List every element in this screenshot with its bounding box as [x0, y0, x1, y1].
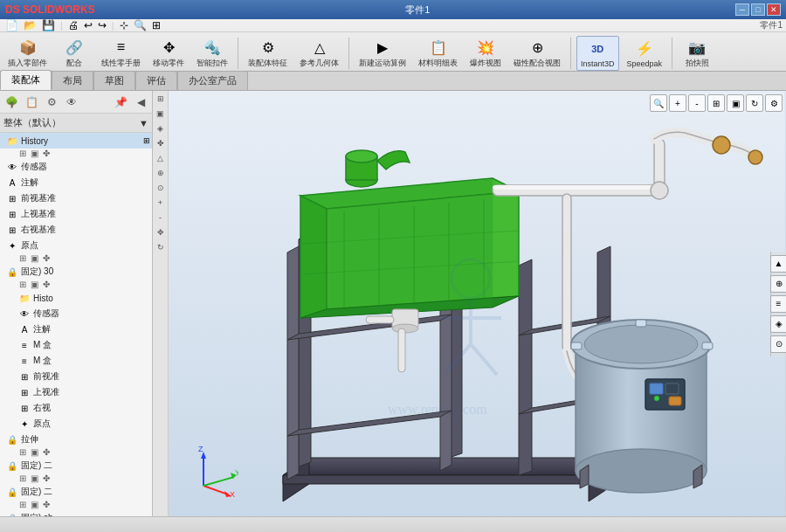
tree-action-btn[interactable]: ⊞ [17, 500, 28, 509]
tree-action-btn[interactable]: ✤ [41, 253, 52, 263]
tree-item[interactable]: ⊞右视基准 [0, 222, 152, 238]
tree-action-btn[interactable]: ✤ [41, 447, 52, 457]
new-motion-button[interactable]: ▶ 新建运动算例 [355, 34, 410, 72]
redo-icon[interactable]: ↪ [96, 19, 108, 31]
right-icon-4[interactable]: ◈ [770, 315, 787, 333]
side-view-1[interactable]: ⊞ [155, 93, 167, 105]
linear-pattern-button[interactable]: ≡ 线性零手册 [97, 34, 145, 72]
display-btn[interactable]: 👁 [62, 93, 81, 111]
tree-item[interactable]: ✦原点 [0, 416, 152, 432]
feature-tree-btn[interactable]: 🌳 [2, 93, 21, 111]
tree-item[interactable]: 🔒固定) 二 [0, 484, 152, 500]
mate-button[interactable]: 🔗 配合 [55, 34, 93, 72]
side-zoom-in[interactable]: + [155, 197, 167, 209]
side-rotate[interactable]: ↻ [155, 241, 167, 253]
side-zoom-fit[interactable]: ⊙ [155, 182, 167, 194]
tree-item[interactable]: ⊞前视基准 [0, 190, 152, 206]
vp-settings-btn[interactable]: ⚙ [765, 94, 783, 112]
right-icon-2[interactable]: ⊕ [770, 275, 787, 293]
tree-item[interactable]: 🔒固定) sh [0, 510, 152, 516]
tree-item[interactable]: ⊞上视基准 [0, 206, 152, 222]
tree-action-btn[interactable]: ▣ [29, 473, 40, 483]
side-view-3[interactable]: ◈ [155, 122, 167, 135]
tab-office[interactable]: 办公室产品 [177, 71, 248, 90]
smart-fastener-button[interactable]: 🔩 智能扣件 [192, 34, 232, 72]
tab-layout[interactable]: 布局 [52, 71, 93, 90]
tree-item[interactable]: A注解 [0, 321, 152, 337]
config-btn[interactable]: ⚙ [42, 93, 61, 111]
tree-action-btn[interactable]: ✤ [41, 280, 52, 289]
right-icon-3[interactable]: ≡ [770, 295, 787, 313]
side-view-2[interactable]: ▣ [155, 107, 167, 120]
undo-icon[interactable]: ↩ [82, 19, 94, 31]
instant3d-button[interactable]: 3D Instant3D [576, 36, 619, 71]
property-btn[interactable]: 📋 [22, 93, 41, 111]
tree-action-btn[interactable]: ⊞ [17, 473, 28, 483]
bom-button[interactable]: 📋 材料明细表 [414, 34, 462, 72]
select-icon[interactable]: ⊹ [118, 19, 130, 31]
3d-view-icon[interactable]: ⊞ [150, 19, 162, 31]
tree-item[interactable]: ≡M 盒 [0, 337, 152, 353]
tree-item[interactable]: 📁History⊞ [0, 133, 152, 149]
tree-action-btn[interactable]: ▣ [29, 253, 40, 263]
explode-view-button[interactable]: 💥 爆炸视图 [465, 34, 506, 72]
vp-fit-btn[interactable]: ⊞ [707, 94, 725, 112]
tree-action-btn[interactable]: ⊞ [17, 447, 28, 457]
speedpak-button[interactable]: ⚡ Speedpak [623, 36, 667, 71]
tree-action-btn[interactable]: ▣ [29, 447, 40, 457]
tree-item[interactable]: ≡M 盒 [0, 353, 152, 369]
tree-item[interactable]: 👁传感器 [0, 306, 152, 321]
save-icon[interactable]: 💾 [40, 19, 57, 31]
tree-item[interactable]: 🔒固定) 30 [0, 264, 152, 280]
vp-zoomin-btn[interactable]: + [669, 94, 686, 112]
tree-action-btn[interactable]: ⊞ [17, 280, 28, 289]
tree-action-btn[interactable]: ▣ [29, 500, 40, 509]
side-view-5[interactable]: △ [155, 152, 167, 164]
vp-zoomout-btn[interactable]: - [688, 94, 706, 112]
tree-item[interactable]: ⊞上视准 [0, 384, 152, 400]
right-icon-1[interactable]: ▲ [770, 255, 787, 273]
tab-sketch[interactable]: 草图 [93, 71, 135, 90]
tree-action-btn[interactable]: ✤ [41, 473, 52, 483]
tree-action-btn[interactable]: ▣ [29, 280, 40, 289]
tab-evaluate[interactable]: 评估 [135, 71, 177, 90]
tree-item[interactable]: 📁Histo [0, 290, 152, 306]
vp-rotate-btn[interactable]: ↻ [746, 94, 763, 112]
new-file-icon[interactable]: 📄 [3, 19, 20, 31]
zoom-icon[interactable]: 🔍 [132, 19, 148, 31]
tree-action-btn[interactable]: ✤ [41, 500, 52, 509]
minimize-button[interactable]: ─ [735, 3, 749, 16]
snapshot-button[interactable]: 📷 拍快照 [678, 34, 716, 72]
tree-sort-icon[interactable]: ▼ [139, 118, 148, 128]
tree-action-btn[interactable]: ✤ [41, 149, 52, 158]
print-icon[interactable]: 🖨 [66, 19, 80, 31]
right-icon-5[interactable]: ⊙ [770, 335, 787, 353]
magnetic-view-button[interactable]: ⊕ 磁性配合视图 [509, 34, 565, 72]
tree-action-icon[interactable]: ⊞ [143, 136, 150, 145]
vp-zoom-btn[interactable]: 🔍 [650, 94, 667, 112]
3d-viewport[interactable]: www.rendog.com Z X Y 🔍 + [169, 91, 786, 516]
collapse-btn[interactable]: ◀ [131, 93, 150, 111]
move-part-button[interactable]: ✥ 移动零件 [148, 34, 189, 72]
tree-item[interactable]: ✦原点 [0, 238, 152, 253]
tree-item[interactable]: A注解 [0, 175, 152, 190]
tree-item[interactable]: 👁传感器 [0, 159, 152, 175]
ref-geometry-button[interactable]: △ 参考几何体 [295, 34, 343, 72]
tree-item[interactable]: ⊞右视 [0, 400, 152, 416]
insert-part-button[interactable]: 📦 插入零部件 [3, 34, 52, 72]
tree-item[interactable]: 🔒拉伸 [0, 432, 152, 447]
side-view-6[interactable]: ⊕ [155, 167, 167, 179]
close-button[interactable]: ✕ [767, 3, 781, 16]
tab-assembly[interactable]: 装配体 [0, 70, 52, 90]
tree-action-btn[interactable]: ⊞ [17, 253, 28, 263]
side-pan[interactable]: ✥ [155, 226, 167, 238]
tree-item[interactable]: ⊞前视准 [0, 369, 152, 384]
maximize-button[interactable]: □ [751, 3, 765, 16]
tree-item[interactable]: 🔒固定) 二 [0, 458, 152, 473]
side-view-4[interactable]: ✤ [155, 137, 167, 149]
open-file-icon[interactable]: 📂 [22, 19, 38, 31]
assembly-feature-button[interactable]: ⚙ 装配体特征 [244, 34, 292, 72]
tree-action-btn[interactable]: ▣ [29, 149, 40, 158]
vp-view-btn[interactable]: ▣ [727, 94, 744, 112]
tree-action-btn[interactable]: ⊞ [17, 149, 28, 158]
